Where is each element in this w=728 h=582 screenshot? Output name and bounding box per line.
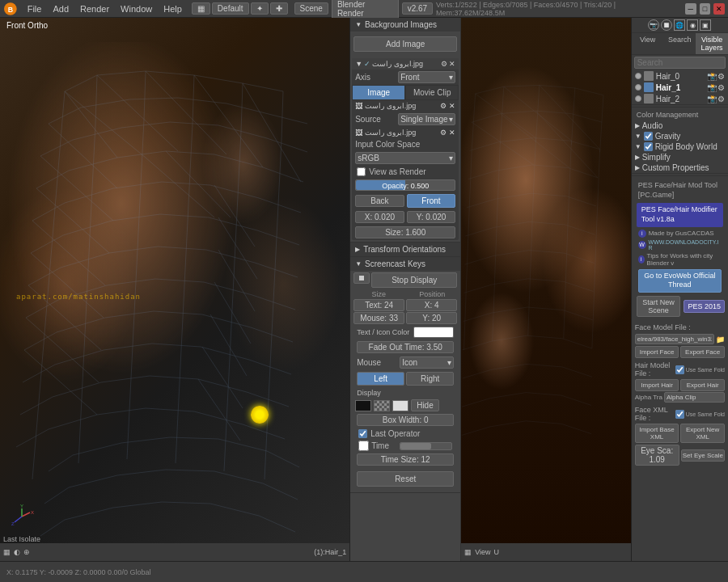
bg-close-icon[interactable]: ✕ xyxy=(449,60,455,68)
color-checker[interactable] xyxy=(374,400,390,411)
menu-window[interactable]: Window xyxy=(116,2,157,15)
x-pos[interactable]: X: 4 xyxy=(406,299,457,311)
stop-display-btn[interactable]: Stop Display xyxy=(371,272,457,288)
world-icon[interactable]: ◉ xyxy=(687,19,698,31)
face-model-browse-btn[interactable]: 📁 xyxy=(716,335,725,344)
source-dropdown[interactable]: Single Image ▾ xyxy=(398,113,455,125)
export-new-xml-btn[interactable]: Export New XML xyxy=(680,424,725,443)
right-btn[interactable]: Right xyxy=(406,372,454,386)
opacity-slider[interactable]: Opacity: 0.500 xyxy=(355,179,455,191)
add-image-btn[interactable]: Add Image xyxy=(353,36,457,52)
hair1-vis-dot[interactable] xyxy=(635,84,641,91)
color-black[interactable] xyxy=(355,400,371,411)
menu-add[interactable]: Add xyxy=(48,2,74,15)
hair2-settings-icon[interactable]: ⚙ xyxy=(717,95,725,103)
menu-help[interactable]: Help xyxy=(159,2,187,15)
back-btn[interactable]: Back xyxy=(355,195,404,207)
left-viewport[interactable]: aparat.com/matinshahidan Front Ortho X Y… xyxy=(0,18,350,561)
tab-visible-layers[interactable]: Visible Layers xyxy=(696,33,728,54)
import-hair-btn[interactable]: Import Hair xyxy=(635,379,679,391)
minimize-btn[interactable]: ─ xyxy=(685,3,696,15)
fade-out-field[interactable]: Fade Out Time: 3.50 xyxy=(357,341,454,353)
layout-icon-1[interactable]: ▦ xyxy=(192,2,210,15)
layout-icon-2[interactable]: ✦ xyxy=(251,2,269,15)
renderer-btn[interactable]: Blender Render xyxy=(332,0,399,19)
image-close-btn2[interactable]: ✕ xyxy=(449,129,455,137)
text-size[interactable]: Text: 24 xyxy=(353,299,404,311)
hair2-render-icon[interactable]: 📸 xyxy=(707,95,717,103)
viewport-pivot-btn[interactable]: ⊕ xyxy=(23,548,30,556)
right-viewport[interactable]: View U ▦ View U xyxy=(461,18,631,561)
mouse-dropdown[interactable]: Icon ▾ xyxy=(400,356,454,369)
import-base-xml-btn[interactable]: Import Base XML xyxy=(635,424,679,443)
x-offset[interactable]: X: 0.020 xyxy=(355,211,404,223)
box-width-field[interactable]: Box Width: 0 xyxy=(357,414,454,426)
use-same-fold-xml-checkbox[interactable] xyxy=(675,410,684,419)
pes-modifier-btn[interactable]: PES Face/Hair Modifier Tool v1.8a xyxy=(637,203,723,226)
transform-header[interactable]: ▶ Transform Orientations xyxy=(350,242,460,256)
search-input[interactable] xyxy=(634,57,726,69)
color-swatch[interactable] xyxy=(413,327,454,338)
hide-btn[interactable]: Hide xyxy=(411,399,439,411)
tab-view[interactable]: View xyxy=(632,33,664,54)
hair1-render-icon[interactable]: 📸 xyxy=(707,83,717,92)
color-space-dropdown[interactable]: sRGB ▾ xyxy=(355,152,455,164)
scene-icon[interactable]: 🌐 xyxy=(674,19,685,31)
hair0-vis-dot[interactable] xyxy=(635,73,641,79)
workspace-selector[interactable]: Default xyxy=(212,2,249,15)
tab-search[interactable]: Search xyxy=(663,33,696,54)
scene-btn[interactable]: Scene xyxy=(294,2,328,15)
version-btn[interactable]: v2.67 xyxy=(402,2,433,15)
image-settings-btn[interactable]: ⚙ xyxy=(440,102,447,110)
hair0-render-icon[interactable]: 📸 xyxy=(707,72,717,81)
size-field[interactable]: Size: 1.600 xyxy=(355,226,455,238)
viewport-shading-btn[interactable]: ◐ xyxy=(14,548,20,556)
tab-image[interactable]: Image xyxy=(352,85,405,100)
bg-images-header[interactable]: ▼ Background Images xyxy=(350,18,460,32)
mouse-size[interactable]: Mouse: 33 xyxy=(353,312,404,324)
rv-view-btn[interactable]: View xyxy=(475,548,490,556)
front-btn[interactable]: Front xyxy=(407,194,456,208)
image-close-btn[interactable]: ✕ xyxy=(449,102,455,110)
y-offset[interactable]: Y: 0.020 xyxy=(407,211,456,223)
layout-icon-3[interactable]: ✚ xyxy=(270,2,288,15)
export-hair-btn[interactable]: Export Hair xyxy=(680,379,725,391)
close-btn[interactable]: ✕ xyxy=(713,3,725,15)
face-model-input[interactable] xyxy=(635,334,714,344)
menu-file[interactable]: File xyxy=(23,2,47,15)
eye-scale-field[interactable]: Eye Sca: 1.09 xyxy=(635,445,679,466)
set-eye-scale-btn[interactable]: Set Eye Scale xyxy=(681,449,725,462)
time-size-field[interactable]: Time Size: 12 xyxy=(357,453,454,466)
hair2-vis-dot[interactable] xyxy=(635,95,641,102)
start-new-scene-btn[interactable]: Start New Scene xyxy=(637,296,681,317)
screencast-header[interactable]: ▼ Screencast Keys xyxy=(350,257,460,271)
bg-settings-icon[interactable]: ⚙ xyxy=(441,60,447,68)
hair1-settings-icon[interactable]: ⚙ xyxy=(717,83,725,92)
reset-btn[interactable]: Reset xyxy=(357,471,454,487)
pes2015-btn[interactable]: PES 2015 xyxy=(684,300,725,313)
image-settings-btn2[interactable]: ⚙ xyxy=(440,129,447,137)
tab-movie-clip[interactable]: Movie Clip xyxy=(405,85,459,100)
rigid-checkbox[interactable] xyxy=(644,142,653,151)
go-evoweb-btn[interactable]: Go to EvoWeb Official Thread xyxy=(638,269,722,293)
rv-mode-btn[interactable]: ▦ xyxy=(464,548,472,556)
time-checkbox[interactable] xyxy=(358,441,369,451)
view-as-render-checkbox[interactable] xyxy=(357,167,366,176)
export-face-btn[interactable]: Export Face xyxy=(680,346,725,358)
last-operator-checkbox[interactable] xyxy=(358,429,367,438)
gravity-checkbox[interactable] xyxy=(644,132,653,141)
rv-u-btn[interactable]: U xyxy=(494,548,500,556)
color-mgmt-item[interactable]: Color Management xyxy=(632,109,728,120)
viewport-mode-btn[interactable]: ▦ xyxy=(3,548,11,556)
camera-icon[interactable]: 📷 xyxy=(648,19,659,31)
menu-render[interactable]: Render xyxy=(75,2,114,15)
axis-dropdown[interactable]: Front ▾ xyxy=(398,71,455,83)
hair0-settings-icon[interactable]: ⚙ xyxy=(717,72,725,81)
alpha-dropdown[interactable]: Alpha Clip xyxy=(664,392,725,403)
use-same-fold-hair-checkbox[interactable] xyxy=(675,365,684,374)
y-pos[interactable]: Y: 20 xyxy=(406,312,457,324)
render-icon[interactable]: 🔲 xyxy=(661,19,672,31)
maximize-btn[interactable]: □ xyxy=(700,3,711,15)
object-icon[interactable]: ▣ xyxy=(700,19,711,31)
left-btn[interactable]: Left xyxy=(357,372,404,386)
